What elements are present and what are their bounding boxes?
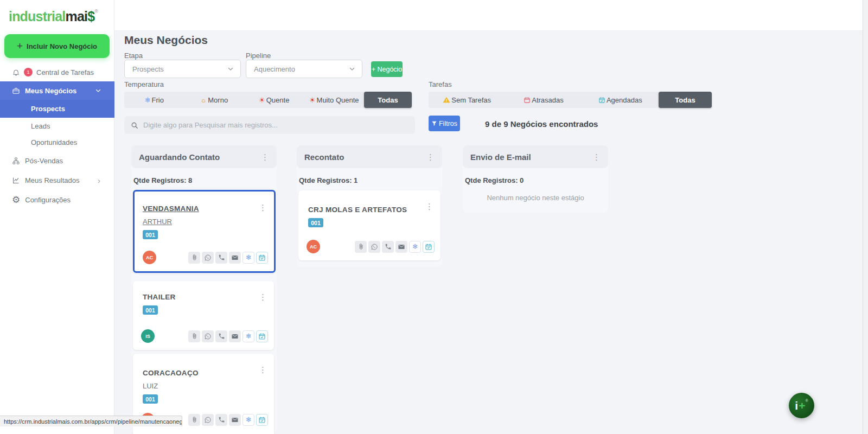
- card-action-row: ❄: [188, 252, 268, 264]
- card-company-link[interactable]: CORACAOAÇO: [143, 369, 199, 377]
- temperature-frio-indicator[interactable]: ❄: [409, 241, 421, 253]
- card-menu-icon[interactable]: ⋮: [259, 203, 267, 212]
- temperatura-label: Temperatura: [124, 80, 164, 88]
- temperature-frio-indicator[interactable]: ❄: [242, 330, 254, 342]
- card-company-link[interactable]: VENDASMANIA: [143, 205, 199, 213]
- page-scrollbar[interactable]: [863, 0, 868, 434]
- temp-quente-option[interactable]: ☀Quente: [244, 96, 304, 104]
- schedule-task-button[interactable]: [256, 252, 268, 264]
- line-chart-icon: [12, 176, 20, 184]
- card-footer: IS ❄: [141, 329, 268, 343]
- hot-sun-icon: ☀: [309, 96, 316, 104]
- sidebar-item-oportunidades[interactable]: Oportunidades: [0, 134, 114, 150]
- sidebar-item-label: Pós-Vendas: [25, 157, 63, 165]
- search-icon: [131, 122, 138, 129]
- column-count: Qtde Registros: 0: [465, 176, 524, 184]
- tarefas-sem-option[interactable]: Sem Tarefas: [429, 96, 505, 104]
- sidebar-item-leads[interactable]: Leads: [0, 118, 114, 134]
- schedule-task-button[interactable]: [256, 330, 268, 342]
- deal-card-thailer[interactable]: THAILER ⋮ 001 IS ❄: [133, 281, 274, 350]
- gear-icon: ⚙: [12, 195, 20, 205]
- attachment-button[interactable]: [188, 252, 200, 264]
- attachment-button[interactable]: [188, 330, 200, 342]
- temperature-frio-indicator[interactable]: ❄: [242, 414, 254, 426]
- whatsapp-button[interactable]: [202, 414, 214, 426]
- tarefas-segmented-control: Sem Tarefas Atrasadas Agendadas Todas: [429, 92, 712, 108]
- crm-app: industrialmai$® + Incluir Novo Negócio 1…: [0, 0, 868, 434]
- temp-muito-quente-option[interactable]: ☀Muito Quente: [304, 96, 365, 104]
- whatsapp-button[interactable]: [202, 252, 214, 264]
- email-button[interactable]: [229, 330, 241, 342]
- sidebar: industrialmai$® + Incluir Novo Negócio 1…: [0, 0, 114, 434]
- call-button[interactable]: [215, 330, 227, 342]
- card-menu-icon[interactable]: ⋮: [259, 366, 267, 374]
- sidebar-item-meus-negocios[interactable]: Meus Negócios: [0, 81, 114, 100]
- card-menu-icon[interactable]: ⋮: [259, 293, 267, 301]
- card-code-badge: 001: [143, 394, 158, 404]
- sidebar-item-label: Meus Resultados: [25, 176, 79, 184]
- temp-frio-option[interactable]: ❄Frio: [124, 96, 184, 104]
- call-button[interactable]: [382, 241, 394, 253]
- sidebar-item-label: Oportunidades: [31, 138, 77, 146]
- card-action-row: ❄: [188, 330, 268, 342]
- temperatura-segmented-control: ❄Frio ☼Morno ☀Quente ☀Muito Quente Todas: [124, 92, 412, 108]
- etapa-select[interactable]: Prospects: [124, 60, 241, 78]
- sidebar-item-label: Meus Negócios: [25, 87, 76, 95]
- column-header-recontato: Recontato ⋮: [297, 145, 442, 168]
- search-box: [124, 116, 415, 134]
- search-input[interactable]: [143, 121, 409, 129]
- tasks-badge: 1: [24, 68, 33, 76]
- tarefas-agendadas-option[interactable]: Agendadas: [582, 96, 659, 104]
- email-button[interactable]: [229, 252, 241, 264]
- call-button[interactable]: [215, 414, 227, 426]
- sidebar-item-pos-vendas[interactable]: Pós-Vendas: [0, 152, 114, 169]
- pipeline-select[interactable]: Aquecimento: [246, 60, 362, 78]
- card-company-link[interactable]: THAILER: [143, 293, 176, 301]
- sidebar-item-central-de-tarefas[interactable]: 1 Central de Tarefas: [0, 64, 114, 80]
- column-header-envio-email: Envio de E-mail ⋮: [463, 145, 608, 168]
- tarefas-atrasadas-option[interactable]: Atrasadas: [505, 96, 582, 104]
- sidebar-item-label: Prospects: [31, 105, 65, 113]
- sidebar-item-label: Configurações: [25, 196, 71, 204]
- email-button[interactable]: [395, 241, 407, 253]
- sidebar-item-meus-resultados[interactable]: Meus Resultados ›: [0, 172, 114, 188]
- sidebar-item-configuracoes[interactable]: ⚙ Configurações: [0, 192, 114, 208]
- card-code-badge: 001: [143, 305, 158, 315]
- schedule-task-button[interactable]: [256, 414, 268, 426]
- bell-icon: [12, 68, 20, 76]
- industrialmais-logo: industrialmai$®: [0, 0, 114, 28]
- browser-status-url: https://crm.industrialmais.com.br/apps/c…: [0, 416, 182, 426]
- deal-card-vendasmania-selected[interactable]: VENDASMANIA ⋮ ARTHUR 001 AC ❄: [133, 190, 276, 273]
- column-menu-icon[interactable]: ⋮: [261, 153, 269, 161]
- calendar-red-icon: [524, 97, 531, 104]
- calendar-teal-icon: [598, 97, 605, 104]
- card-menu-icon[interactable]: ⋮: [425, 202, 433, 210]
- add-negocio-button[interactable]: + Negócio: [371, 61, 403, 77]
- card-contact-link[interactable]: LUIZ: [143, 382, 158, 390]
- column-menu-icon[interactable]: ⋮: [426, 153, 435, 161]
- schedule-task-button[interactable]: [423, 241, 435, 253]
- sun-outline-icon: ☼: [200, 96, 207, 104]
- call-button[interactable]: [215, 252, 227, 264]
- card-company-link[interactable]: CRJ MOLAS E ARTEFATOS: [308, 206, 407, 214]
- card-footer: AC ❄: [143, 251, 268, 264]
- temperature-frio-indicator[interactable]: ❄: [242, 252, 254, 264]
- deal-card-crj-molas[interactable]: CRJ MOLAS E ARTEFATOS ⋮ 001 AC ❄: [298, 190, 441, 260]
- card-contact-link[interactable]: ARTHUR: [143, 218, 172, 226]
- temp-todas-option-selected[interactable]: Todas: [364, 92, 412, 108]
- pipeline-label: Pipeline: [246, 52, 271, 60]
- chevron-down-icon: [227, 66, 234, 72]
- sidebar-item-prospects[interactable]: Prospects: [0, 100, 114, 118]
- tarefas-todas-option-selected[interactable]: Todas: [659, 92, 712, 108]
- whatsapp-button[interactable]: [368, 241, 380, 253]
- attachment-button[interactable]: [355, 241, 367, 253]
- whatsapp-button[interactable]: [202, 330, 214, 342]
- filtros-button[interactable]: Filtros: [429, 116, 460, 131]
- top-header: [114, 0, 863, 31]
- industrialmais-fab-button[interactable]: i+®: [789, 393, 814, 418]
- new-deal-button[interactable]: + Incluir Novo Negócio: [4, 34, 110, 58]
- email-button[interactable]: [229, 414, 241, 426]
- temp-morno-option[interactable]: ☼Morno: [184, 96, 245, 104]
- attachment-button[interactable]: [188, 414, 200, 426]
- column-menu-icon[interactable]: ⋮: [592, 153, 601, 161]
